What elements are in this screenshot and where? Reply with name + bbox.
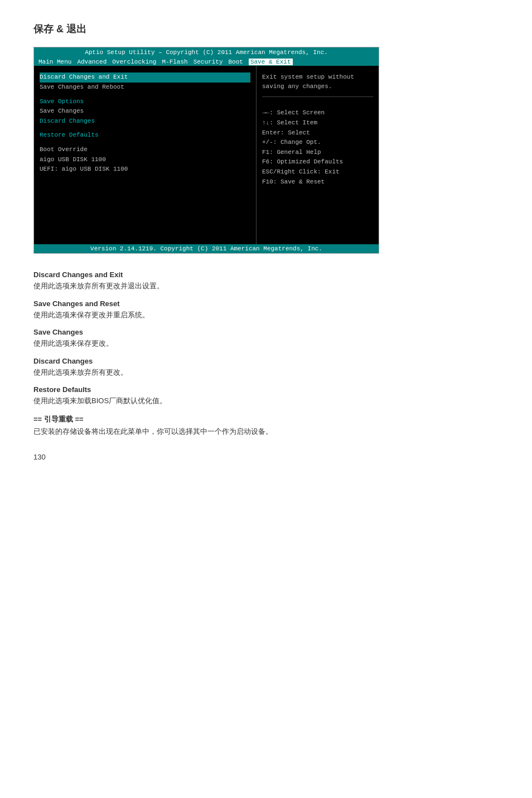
desc-save-changes-body: 使用此选项来保存更改。 [33, 338, 499, 349]
desc-discard-changes-body: 使用此选项来放弃所有更改。 [33, 367, 499, 378]
nav-boot[interactable]: Boot [228, 59, 243, 65]
bios-help-keys: →←: Select Screen ↑↓: Select Item Enter:… [262, 108, 373, 187]
bios-main-area: Discard Changes and Exit Save Changes an… [34, 66, 379, 244]
desc-discard-exit: Discard Changes and Exit 使用此选项来放弃所有更改并退出… [33, 270, 499, 292]
nav-advanced[interactable]: Advanced [77, 59, 107, 65]
bios-footer: Version 2.14.1219. Copyright (C) 2011 Am… [34, 244, 379, 253]
desc-discard-exit-body: 使用此选项来放弃所有更改并退出设置。 [33, 280, 499, 292]
menu-item-save-reboot[interactable]: Save Changes and Reboot [40, 83, 250, 93]
bios-nav-bar: Main Menu Advanced Overclocking M-Flash … [34, 58, 379, 66]
menu-item-uefi-aigo[interactable]: UEFI: aigo USB DISK 1100 [40, 165, 250, 175]
menu-item-restore-defaults[interactable]: Restore Defaults [40, 130, 250, 141]
bios-title: Aptio Setup Utility – Copyright (C) 2011… [38, 49, 374, 57]
help-select-item: ↑↓: Select Item [262, 118, 373, 128]
nav-overclocking[interactable]: Overclocking [112, 59, 156, 65]
help-select-screen: →←: Select Screen [262, 108, 373, 118]
desc-save-changes: Save Changes 使用此选项来保存更改。 [33, 328, 499, 349]
page-number: 130 [33, 453, 46, 461]
menu-item-discard-exit[interactable]: Discard Changes and Exit [40, 72, 250, 83]
desc-discard-changes: Discard Changes 使用此选项来放弃所有更改。 [33, 357, 499, 378]
help-save-reset: F10: Save & Reset [262, 177, 373, 187]
desc-save-changes-title: Save Changes [33, 328, 499, 336]
desc-restore-defaults-title: Restore Defaults [33, 385, 499, 394]
desc-discard-changes-title: Discard Changes [33, 357, 499, 365]
desc-save-reset-title: Save Changes and Reset [33, 299, 499, 308]
nav-security[interactable]: Security [194, 59, 223, 65]
desc-boot-override: == 引导重载 == 已安装的存储设备将出现在此菜单中，你可以选择其中一个作为启… [33, 414, 499, 437]
desc-save-reset-body: 使用此选项来保存更改并重启系统。 [33, 309, 499, 321]
bios-right-panel: Exit system setup withoutsaving any chan… [256, 66, 379, 244]
nav-save-exit[interactable]: Save & Exit [249, 59, 293, 65]
bios-description: Exit system setup withoutsaving any chan… [262, 72, 373, 91]
nav-main-menu[interactable]: Main Menu [38, 59, 71, 65]
menu-item-boot-override[interactable]: Boot Override [40, 145, 250, 155]
desc-discard-exit-title: Discard Changes and Exit [33, 270, 499, 279]
page-title: 保存 & 退出 [33, 22, 499, 36]
help-optimized-defaults: F6: Optimized Defaults [262, 157, 373, 167]
nav-mflash[interactable]: M-Flash [162, 59, 187, 65]
help-esc-exit: ESC/Right Click: Exit [262, 167, 373, 177]
menu-item-discard-changes[interactable]: Discard Changes [40, 117, 250, 127]
menu-item-aigo-usb[interactable]: aigo USB DISK 1100 [40, 155, 250, 165]
desc-restore-defaults: Restore Defaults 使用此选项来加载BIOS厂商默认优化值。 [33, 385, 499, 407]
menu-item-save-changes[interactable]: Save Changes [40, 107, 250, 117]
bios-divider [262, 96, 373, 97]
desc-restore-defaults-body: 使用此选项来加载BIOS厂商默认优化值。 [33, 395, 499, 407]
content-section: Discard Changes and Exit 使用此选项来放弃所有更改并退出… [33, 270, 499, 437]
bios-screenshot: Aptio Setup Utility – Copyright (C) 2011… [33, 47, 379, 254]
bios-left-panel: Discard Changes and Exit Save Changes an… [34, 66, 256, 244]
boot-override-title: == 引导重载 == [33, 414, 499, 424]
page-container: 保存 & 退出 Aptio Setup Utility – Copyright … [0, 0, 532, 478]
desc-save-reset: Save Changes and Reset 使用此选项来保存更改并重启系统。 [33, 299, 499, 321]
help-general-help: F1: General Help [262, 148, 373, 158]
help-enter-select: Enter: Select [262, 128, 373, 138]
help-change-opt: +/-: Change Opt. [262, 138, 373, 148]
menu-item-save-options[interactable]: Save Options [40, 97, 250, 107]
bios-header: Aptio Setup Utility – Copyright (C) 2011… [34, 47, 379, 58]
boot-override-body: 已安装的存储设备将出现在此菜单中，你可以选择其中一个作为启动设备。 [33, 426, 499, 437]
